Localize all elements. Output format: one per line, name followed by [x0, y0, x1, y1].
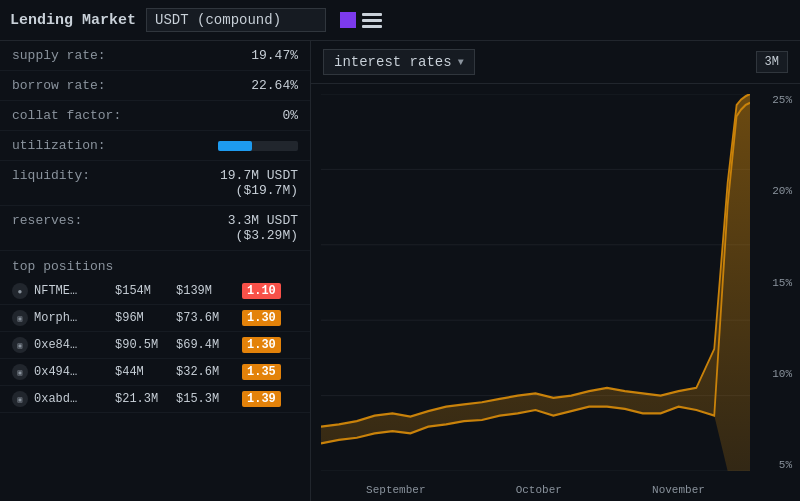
position-val2-2: $69.4M: [176, 338, 236, 352]
time-range-button[interactable]: 3M: [756, 51, 788, 73]
x-label-november: November: [652, 484, 705, 496]
asset-input[interactable]: [146, 8, 326, 32]
left-panel: supply rate: 19.47% borrow rate: 22.64% …: [0, 41, 310, 501]
list-item: ● NFTME… $154M $139M 1.10: [0, 278, 310, 305]
app-title: Lending Market: [10, 12, 136, 29]
y-label-15: 15%: [772, 277, 792, 289]
dropdown-arrow-icon: ▼: [458, 57, 464, 68]
position-badge-2: 1.30: [242, 337, 281, 353]
right-panel: interest rates ▼ 3M 25% 20% 15% 10% 5%: [310, 41, 800, 501]
position-val1-2: $90.5M: [115, 338, 170, 352]
collat-factor-row: collat factor: 0%: [0, 101, 310, 131]
position-badge-1: 1.30: [242, 310, 281, 326]
position-badge-0: 1.10: [242, 283, 281, 299]
position-val1-4: $21.3M: [115, 392, 170, 406]
liquidity-value: 19.7M USDT ($19.7M): [220, 168, 298, 198]
y-axis-labels: 25% 20% 15% 10% 5%: [772, 94, 792, 471]
square-icon[interactable]: [340, 12, 356, 28]
reserves-label: reserves:: [12, 213, 82, 228]
position-icon-2: ▣: [12, 337, 28, 353]
reserves-value: 3.3M USDT ($3.29M): [228, 213, 298, 243]
y-label-25: 25%: [772, 94, 792, 106]
utilization-bar-fill: [218, 141, 252, 151]
position-icon-1: ▣: [12, 310, 28, 326]
list-item: ▣ 0xabd… $21.3M $15.3M 1.39: [0, 386, 310, 413]
position-val1-0: $154M: [115, 284, 170, 298]
top-positions-header: top positions: [0, 251, 310, 278]
list-item: ▣ 0x494… $44M $32.6M 1.35: [0, 359, 310, 386]
position-name-2: 0xe84…: [34, 338, 109, 352]
borrow-rate-row: borrow rate: 22.64%: [0, 71, 310, 101]
borrow-rate-label: borrow rate:: [12, 78, 106, 93]
position-badge-3: 1.35: [242, 364, 281, 380]
supply-rate-label: supply rate:: [12, 48, 106, 63]
main-area: supply rate: 19.47% borrow rate: 22.64% …: [0, 41, 800, 501]
chart-header: interest rates ▼ 3M: [311, 41, 800, 84]
position-name-1: Morph…: [34, 311, 109, 325]
chart-title-label: interest rates: [334, 54, 452, 70]
utilization-bar-bg: [218, 141, 298, 151]
position-badge-4: 1.39: [242, 391, 281, 407]
position-val1-3: $44M: [115, 365, 170, 379]
collat-factor-label: collat factor:: [12, 108, 121, 123]
x-label-september: September: [366, 484, 425, 496]
utilization-bar: [218, 141, 298, 151]
y-label-20: 20%: [772, 185, 792, 197]
chart-area: 25% 20% 15% 10% 5%: [311, 84, 800, 501]
list-item: ▣ Morph… $96M $73.6M 1.30: [0, 305, 310, 332]
liquidity-label: liquidity:: [12, 168, 90, 183]
position-val2-0: $139M: [176, 284, 236, 298]
position-val1-1: $96M: [115, 311, 170, 325]
x-axis-labels: September October November: [321, 484, 750, 496]
collat-factor-value: 0%: [282, 108, 298, 123]
app-header: Lending Market: [0, 0, 800, 41]
position-icon-4: ▣: [12, 391, 28, 407]
utilization-label: utilization:: [12, 138, 106, 153]
x-label-october: October: [516, 484, 562, 496]
chart-title-button[interactable]: interest rates ▼: [323, 49, 475, 75]
position-name-0: NFTME…: [34, 284, 109, 298]
position-val2-4: $15.3M: [176, 392, 236, 406]
y-label-5: 5%: [779, 459, 792, 471]
position-name-4: 0xabd…: [34, 392, 109, 406]
position-name-3: 0x494…: [34, 365, 109, 379]
interest-rate-chart: [321, 94, 750, 471]
borrow-rate-value: 22.64%: [251, 78, 298, 93]
liquidity-row: liquidity: 19.7M USDT ($19.7M): [0, 161, 310, 206]
supply-rate-value: 19.47%: [251, 48, 298, 63]
position-val2-1: $73.6M: [176, 311, 236, 325]
utilization-row: utilization:: [0, 131, 310, 161]
reserves-row: reserves: 3.3M USDT ($3.29M): [0, 206, 310, 251]
position-icon-0: ●: [12, 283, 28, 299]
y-label-10: 10%: [772, 368, 792, 380]
position-val2-3: $32.6M: [176, 365, 236, 379]
supply-rate-row: supply rate: 19.47%: [0, 41, 310, 71]
header-icons: [340, 12, 382, 28]
rows-icon[interactable]: [362, 12, 382, 28]
position-icon-3: ▣: [12, 364, 28, 380]
list-item: ▣ 0xe84… $90.5M $69.4M 1.30: [0, 332, 310, 359]
